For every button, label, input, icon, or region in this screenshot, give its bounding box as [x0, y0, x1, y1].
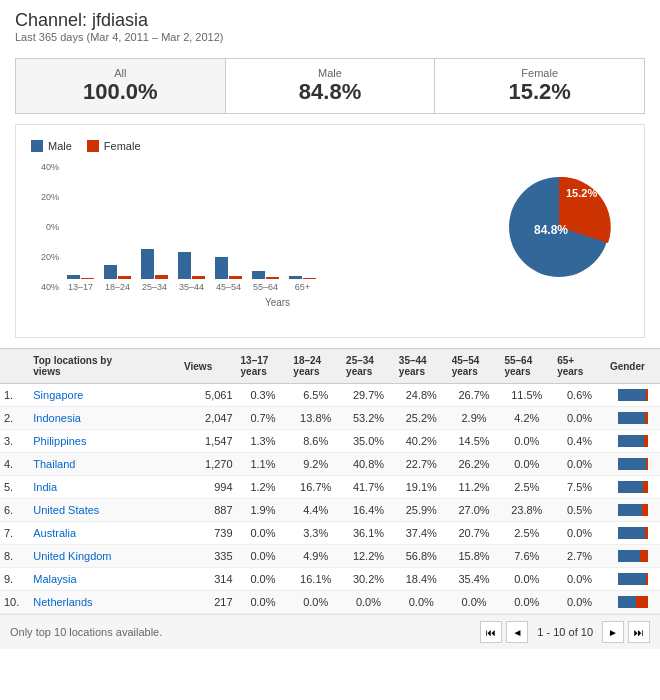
- tab-all-label: All: [24, 67, 217, 79]
- col-views: Views: [180, 349, 237, 384]
- age1317-cell: 0.7%: [237, 407, 290, 430]
- country-cell[interactable]: United States: [29, 499, 180, 522]
- country-cell[interactable]: Australia: [29, 522, 180, 545]
- bar-x-label: 45–54: [216, 282, 241, 292]
- views-cell: 2,047: [180, 407, 237, 430]
- age4554-cell: 26.7%: [448, 384, 501, 407]
- tab-female[interactable]: Female 15.2%: [435, 59, 644, 113]
- country-cell[interactable]: Netherlands: [29, 591, 180, 614]
- age1317-cell: 1.2%: [237, 476, 290, 499]
- table-row: 2.Indonesia2,0470.7%13.8%53.2%25.2%2.9%4…: [0, 407, 660, 430]
- tab-male-value: 84.8%: [234, 79, 427, 105]
- page-next-button[interactable]: ►: [602, 621, 624, 643]
- country-cell[interactable]: United Kingdom: [29, 545, 180, 568]
- y-label-0: 0%: [46, 222, 59, 232]
- country-link[interactable]: Singapore: [33, 389, 83, 401]
- gender-bar-cell: [606, 407, 660, 430]
- table-row: 10.Netherlands2170.0%0.0%0.0%0.0%0.0%0.0…: [0, 591, 660, 614]
- table-row: 3.Philippines1,5471.3%8.6%35.0%40.2%14.5…: [0, 430, 660, 453]
- country-link[interactable]: India: [33, 481, 57, 493]
- rank-cell: 7.: [0, 522, 29, 545]
- country-link[interactable]: Malaysia: [33, 573, 76, 585]
- bar-female: [118, 276, 131, 279]
- age3544-cell: 0.0%: [395, 591, 448, 614]
- age65-cell: 0.6%: [553, 384, 606, 407]
- gender-bar-cell: [606, 568, 660, 591]
- age3544-cell: 37.4%: [395, 522, 448, 545]
- age1317-cell: 1.1%: [237, 453, 290, 476]
- rank-cell: 9.: [0, 568, 29, 591]
- age3544-cell: 40.2%: [395, 430, 448, 453]
- country-link[interactable]: Australia: [33, 527, 76, 539]
- bar-x-label: 13–17: [68, 282, 93, 292]
- age1824-cell: 6.5%: [289, 384, 342, 407]
- age2534-cell: 30.2%: [342, 568, 395, 591]
- gender-bar-female: [644, 435, 648, 447]
- country-cell[interactable]: Malaysia: [29, 568, 180, 591]
- age1824-cell: 9.2%: [289, 453, 342, 476]
- views-cell: 217: [180, 591, 237, 614]
- country-link[interactable]: United States: [33, 504, 99, 516]
- age1824-cell: 4.4%: [289, 499, 342, 522]
- rank-cell: 4.: [0, 453, 29, 476]
- age65-cell: 0.0%: [553, 407, 606, 430]
- bar-female: [155, 275, 168, 279]
- pie-male-label: 84.8%: [534, 223, 568, 237]
- age65-cell: 0.4%: [553, 430, 606, 453]
- age2534-cell: 12.2%: [342, 545, 395, 568]
- gender-bar-female: [646, 458, 648, 470]
- bar-group: 45–54: [215, 257, 242, 292]
- age65-cell: 0.0%: [553, 453, 606, 476]
- bar-male: [178, 252, 191, 279]
- bar-male: [252, 271, 265, 279]
- country-link[interactable]: Philippines: [33, 435, 86, 447]
- table-footer: Only top 10 locations available. ⏮ ◄ 1 -…: [0, 614, 660, 649]
- age5564-cell: 0.0%: [500, 591, 553, 614]
- country-link[interactable]: United Kingdom: [33, 550, 111, 562]
- tab-male[interactable]: Male 84.8%: [226, 59, 436, 113]
- table-row: 1.Singapore5,0610.3%6.5%29.7%24.8%26.7%1…: [0, 384, 660, 407]
- bar-group: 18–24: [104, 265, 131, 292]
- table-row: 8.United Kingdom3350.0%4.9%12.2%56.8%15.…: [0, 545, 660, 568]
- age3544-cell: 19.1%: [395, 476, 448, 499]
- gender-bar: [618, 435, 648, 447]
- page-prev-button[interactable]: ◄: [506, 621, 528, 643]
- gender-bar-cell: [606, 499, 660, 522]
- table-section: Top locations byviews Views 13–17years 1…: [0, 348, 660, 649]
- gender-bar-male: [618, 412, 645, 424]
- page-last-button[interactable]: ⏭: [628, 621, 650, 643]
- table-row: 6.United States8871.9%4.4%16.4%25.9%27.0…: [0, 499, 660, 522]
- gender-bar-cell: [606, 384, 660, 407]
- age5564-cell: 4.2%: [500, 407, 553, 430]
- gender-bar: [618, 412, 648, 424]
- age1317-cell: 0.0%: [237, 545, 290, 568]
- bar-group: 55–64: [252, 271, 279, 292]
- gender-bar-cell: [606, 476, 660, 499]
- page-first-button[interactable]: ⏮: [480, 621, 502, 643]
- table-row: 7.Australia7390.0%3.3%36.1%37.4%20.7%2.5…: [0, 522, 660, 545]
- age3544-cell: 25.2%: [395, 407, 448, 430]
- col-age-2534: 25–34years: [342, 349, 395, 384]
- col-gender: Gender: [606, 349, 660, 384]
- views-cell: 1,270: [180, 453, 237, 476]
- country-cell[interactable]: Indonesia: [29, 407, 180, 430]
- age1317-cell: 1.9%: [237, 499, 290, 522]
- country-cell[interactable]: India: [29, 476, 180, 499]
- gender-bar-cell: [606, 522, 660, 545]
- chart-section: Male Female 40% 20% 0% 20% 40% 13–1718–2…: [15, 124, 645, 338]
- age65-cell: 0.5%: [553, 499, 606, 522]
- country-cell[interactable]: Thailand: [29, 453, 180, 476]
- country-link[interactable]: Netherlands: [33, 596, 92, 608]
- age2534-cell: 35.0%: [342, 430, 395, 453]
- country-cell[interactable]: Philippines: [29, 430, 180, 453]
- views-cell: 335: [180, 545, 237, 568]
- legend-female: Female: [87, 140, 141, 152]
- gender-bar-female: [645, 527, 648, 539]
- tab-male-label: Male: [234, 67, 427, 79]
- country-cell[interactable]: Singapore: [29, 384, 180, 407]
- country-link[interactable]: Thailand: [33, 458, 75, 470]
- col-rank: [0, 349, 29, 384]
- country-link[interactable]: Indonesia: [33, 412, 81, 424]
- tab-all[interactable]: All 100.0%: [16, 59, 226, 113]
- age1317-cell: 0.0%: [237, 522, 290, 545]
